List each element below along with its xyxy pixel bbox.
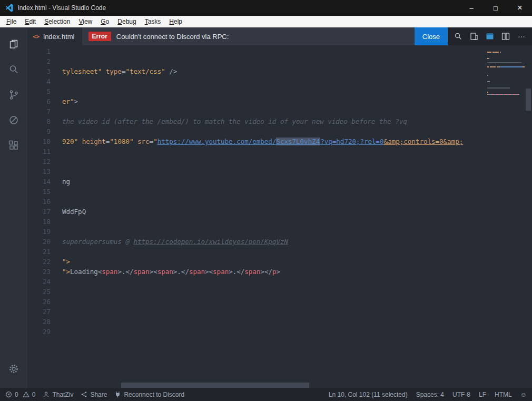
code-line-10[interactable]: 10920" height="1080" src="https://www.yo… <box>27 136 472 146</box>
cursor-position[interactable]: Ln 10, Col 102 (11 selected) <box>329 391 408 398</box>
code-line-1[interactable]: 1 <box>27 46 472 56</box>
vertical-scrollbar[interactable] <box>525 45 532 388</box>
language-mode[interactable]: HTML <box>495 391 512 398</box>
extensions-icon[interactable] <box>0 133 27 158</box>
code-line-text <box>51 167 62 177</box>
code-line-24[interactable]: 24 <box>27 277 472 287</box>
code-line-text <box>51 187 62 197</box>
code-editor[interactable]: 123tylesheet" type="text/css" />456er">7… <box>27 45 532 388</box>
debug-icon[interactable] <box>0 107 27 133</box>
line-number: 18 <box>27 217 51 227</box>
code-line-7[interactable]: 7 <box>27 106 472 116</box>
discord-reconnect-item[interactable]: Reconnect to Discord <box>114 391 184 398</box>
code-line-25[interactable]: 25 <box>27 287 472 297</box>
horizontal-scrollbar[interactable] <box>27 383 525 388</box>
menu-item-go[interactable]: Go <box>96 17 113 26</box>
warning-icon <box>23 391 29 398</box>
code-line-text <box>51 227 62 237</box>
code-line-15[interactable]: 15 <box>27 187 472 197</box>
error-count-label: 0 <box>15 391 18 398</box>
code-line-3[interactable]: 3tylesheet" type="text/css" /> <box>27 66 472 76</box>
minimap-content <box>473 47 525 107</box>
share-label: Share <box>90 391 107 398</box>
code-line-17[interactable]: 17WddFpQ <box>27 207 472 217</box>
code-line-text <box>51 277 62 287</box>
account-item[interactable]: ThatZiv <box>43 391 73 398</box>
feedback-smiley-icon[interactable]: ☺ <box>520 391 527 398</box>
code-line-2[interactable]: 2 <box>27 56 472 66</box>
line-number: 10 <box>27 136 51 146</box>
notification-bar: Error Couldn't connect to Discord via RP… <box>82 27 448 45</box>
line-number: 22 <box>27 257 51 267</box>
line-number: 4 <box>27 76 51 86</box>
line-number: 1 <box>27 46 51 56</box>
code-line-29[interactable]: 29 <box>27 327 472 337</box>
error-badge: Error <box>88 32 111 41</box>
settings-gear-icon[interactable] <box>0 356 27 382</box>
minimize-button[interactable]: – <box>459 0 484 16</box>
code-line-text <box>51 86 62 96</box>
view-in-browser-icon[interactable] <box>482 30 497 43</box>
code-line-18[interactable]: 18 <box>27 217 472 227</box>
tab-index-html[interactable]: <> index.html <box>27 27 82 45</box>
encoding-setting[interactable]: UTF-8 <box>452 391 470 398</box>
find-in-file-icon[interactable] <box>451 30 466 43</box>
code-line-8[interactable]: 8the video id (after the /embed/) to mat… <box>27 116 472 126</box>
code-line-text <box>51 217 62 227</box>
menu-item-edit[interactable]: Edit <box>21 17 40 26</box>
minimap[interactable] <box>473 47 525 382</box>
code-line-text: ">Loading<span>.</span><span>.</span><sp… <box>51 267 280 277</box>
close-window-button[interactable]: × <box>508 0 532 16</box>
indentation-setting[interactable]: Spaces: 4 <box>416 391 444 398</box>
code-line-9[interactable]: 9 <box>27 126 472 136</box>
vertical-scrollbar-thumb[interactable] <box>526 89 531 111</box>
code-line-12[interactable]: 12 <box>27 157 472 167</box>
source-control-icon[interactable] <box>0 82 27 107</box>
notification-close-button[interactable]: Close <box>415 27 448 45</box>
code-line-20[interactable]: 20superdupersumus @ https://codepen.io/x… <box>27 237 472 247</box>
code-line-16[interactable]: 16 <box>27 197 472 207</box>
code-line-27[interactable]: 27 <box>27 307 472 317</box>
tab-label: index.html <box>43 33 74 41</box>
warning-count[interactable]: 0 <box>23 391 36 398</box>
code-line-5[interactable]: 5 <box>27 86 472 96</box>
error-count[interactable]: 0 <box>5 391 18 398</box>
code-line-text: er"> <box>51 96 78 106</box>
code-line-4[interactable]: 4 <box>27 76 472 86</box>
code-line-11[interactable]: 11 <box>27 146 472 157</box>
menu-item-selection[interactable]: Selection <box>40 17 74 26</box>
code-line-text <box>51 46 62 56</box>
code-line-13[interactable]: 13 <box>27 167 472 177</box>
code-line-text <box>51 76 62 86</box>
code-line-text <box>51 247 62 257</box>
code-line-26[interactable]: 26 <box>27 297 472 307</box>
code-line-text <box>51 126 62 136</box>
line-number: 20 <box>27 237 51 247</box>
menu-item-tasks[interactable]: Tasks <box>141 17 165 26</box>
maximize-button[interactable]: □ <box>484 0 508 16</box>
menu-item-view[interactable]: View <box>74 17 96 26</box>
code-line-23[interactable]: 23">Loading<span>.</span><span>.</span><… <box>27 267 472 277</box>
search-icon[interactable] <box>0 57 27 82</box>
menu-item-debug[interactable]: Debug <box>113 17 140 26</box>
menu-item-help[interactable]: Help <box>165 17 186 26</box>
open-preview-icon[interactable] <box>467 30 481 43</box>
menu-item-file[interactable]: File <box>2 17 21 26</box>
menu-bar: FileEditSelectionViewGoDebugTasksHelp <box>0 16 532 27</box>
code-line-21[interactable]: 21 <box>27 247 472 257</box>
more-actions-icon[interactable]: ··· <box>514 30 529 43</box>
code-line-14[interactable]: 14ng <box>27 177 472 187</box>
code-line-text <box>51 146 62 157</box>
code-line-6[interactable]: 6er"> <box>27 96 472 106</box>
share-item[interactable]: Share <box>81 391 107 398</box>
eol-setting[interactable]: LF <box>479 391 486 398</box>
code-line-19[interactable]: 19 <box>27 227 472 237</box>
vscode-window: index.html - Visual Studio Code – □ × Fi… <box>0 0 532 401</box>
code-line-28[interactable]: 28 <box>27 317 472 327</box>
line-number: 6 <box>27 96 51 106</box>
code-line-22[interactable]: 22"> <box>27 257 472 267</box>
workbench-body: <> index.html Error Couldn't connect to … <box>0 27 532 388</box>
split-editor-icon[interactable] <box>498 30 513 43</box>
explorer-icon[interactable] <box>0 32 27 57</box>
horizontal-scrollbar-thumb[interactable] <box>121 383 309 388</box>
